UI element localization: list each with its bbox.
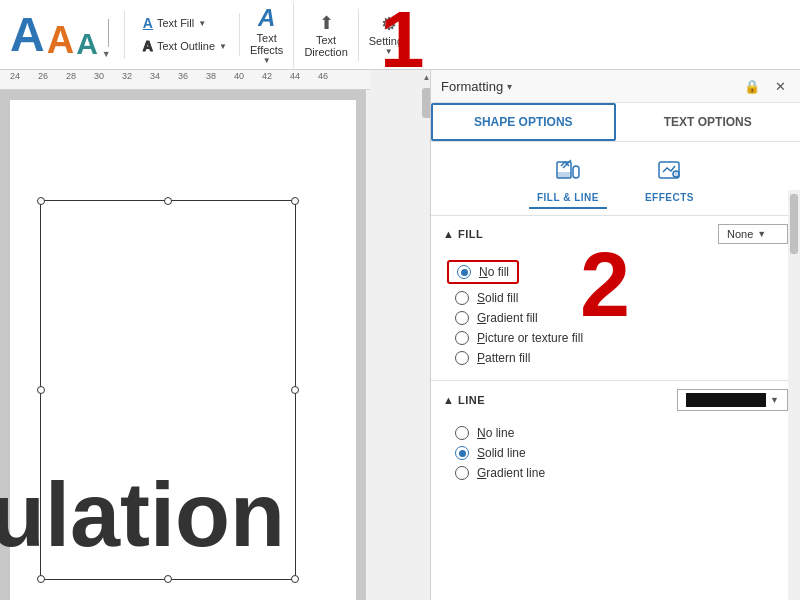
panel-header: Formatting ▾ 🔒 ✕ (431, 70, 800, 103)
handle-bottom-right[interactable] (291, 575, 299, 583)
fill-options: No fill Solid fill Gradient fill Picture… (431, 252, 800, 380)
line-preview (686, 393, 766, 407)
no-fill-option[interactable]: No fill (447, 260, 519, 284)
text-effects-label: Text (257, 32, 277, 44)
line-color-dropdown[interactable]: ▼ (677, 389, 788, 411)
ruler-mark: 42 (262, 71, 272, 81)
svg-rect-2 (573, 166, 579, 178)
gradient-line-label: Gradient line (477, 466, 545, 480)
panel-scrollbar[interactable] (788, 190, 800, 600)
solid-fill-radio[interactable] (455, 291, 469, 305)
line-section: ▲ LINE ▼ No line (431, 380, 800, 491)
svg-rect-1 (557, 172, 571, 178)
line-dropdown-area[interactable]: ▼ (677, 389, 788, 411)
tab-shape-options[interactable]: SHAPE OPTIONS (431, 103, 616, 141)
panel-tab-row: SHAPE OPTIONS TEXT OPTIONS (431, 103, 800, 142)
letter-a-teal: A (76, 29, 98, 59)
solid-line-option[interactable]: Solid line (447, 443, 784, 463)
handle-bottom-left[interactable] (37, 575, 45, 583)
document-page: ulation (10, 100, 356, 600)
text-fill-label: Text Fill (157, 17, 194, 29)
ruler-mark: 46 (318, 71, 328, 81)
gradient-line-option[interactable]: Gradient line (447, 463, 784, 483)
solid-line-radio[interactable] (455, 446, 469, 460)
line-dropdown-arrow: ▼ (770, 395, 779, 405)
gradient-fill-option[interactable]: Gradient fill (447, 308, 784, 328)
line-section-header[interactable]: ▲ LINE ▼ (431, 380, 800, 419)
fill-line-label: FILL & LINE (537, 192, 599, 203)
ruler-mark: 30 (94, 71, 104, 81)
pattern-fill-option[interactable]: Pattern fill (447, 348, 784, 368)
gradient-fill-label: Gradient fill (477, 311, 538, 325)
pattern-fill-radio[interactable] (455, 351, 469, 365)
handle-mid-right[interactable] (291, 386, 299, 394)
no-fill-radio[interactable] (457, 265, 471, 279)
radio-dot (461, 269, 468, 276)
ruler-mark: 44 (290, 71, 300, 81)
settings-label: Settings (369, 35, 409, 47)
letter-a-blue: A (10, 11, 45, 59)
panel-title-area: Formatting ▾ (441, 79, 512, 94)
line-options: No line Solid line Gradient line (431, 419, 800, 491)
solid-fill-label: Solid fill (477, 291, 518, 305)
handle-mid-bottom[interactable] (164, 575, 172, 583)
picture-fill-option[interactable]: Picture or texture fill (447, 328, 784, 348)
ruler-mark: 34 (150, 71, 160, 81)
handle-top-left[interactable] (37, 197, 45, 205)
solid-fill-option[interactable]: Solid fill (447, 288, 784, 308)
no-fill-label: No fill (479, 265, 509, 279)
gradient-fill-radio[interactable] (455, 311, 469, 325)
text-fill-button[interactable]: A Text Fill ▼ (139, 13, 231, 33)
ribbon: A A A ▼ A Text Fill ▼ A Text Outline ▼ A… (0, 0, 800, 70)
effects-label: EFFECTS (645, 192, 694, 203)
panel-content: ▲ FILL None ▼ No fill (431, 216, 800, 491)
text-effects-button[interactable]: A Text Effects ▼ (240, 0, 294, 69)
none-label: None (727, 228, 753, 240)
letter-a-orange: A (47, 21, 74, 59)
text-direction-label: Text (316, 34, 336, 46)
fill-line-icon (555, 158, 581, 188)
canvas-area: ulation (0, 90, 366, 600)
close-icon[interactable]: ✕ (770, 76, 790, 96)
icon-tab-effects[interactable]: EFFECTS (637, 154, 702, 209)
ruler-mark: 36 (178, 71, 188, 81)
text-outline-button[interactable]: A Text Outline ▼ (139, 36, 231, 56)
fill-section-header[interactable]: ▲ FILL None ▼ (431, 216, 800, 252)
no-line-option[interactable]: No line (447, 423, 784, 443)
solid-line-dot (459, 450, 466, 457)
text-direction-sublabel: Direction (304, 46, 347, 58)
panel-title: Formatting (441, 79, 503, 94)
panel-title-arrow[interactable]: ▾ (507, 81, 512, 92)
panel-scroll-thumb[interactable] (790, 194, 798, 254)
picture-fill-radio[interactable] (455, 331, 469, 345)
effects-icon (656, 158, 682, 188)
no-line-radio[interactable] (455, 426, 469, 440)
lock-icon[interactable]: 🔒 (742, 76, 762, 96)
format-panel: Formatting ▾ 🔒 ✕ SHAPE OPTIONS TEXT OPTI… (430, 70, 800, 600)
line-section-title: ▲ LINE (443, 394, 485, 406)
no-line-label: No line (477, 426, 514, 440)
settings-button[interactable]: ⚙ Settings ▼ (359, 9, 419, 60)
ruler-mark: 28 (66, 71, 76, 81)
dropdown-arrow: ▼ (757, 229, 766, 239)
handle-mid-left[interactable] (37, 386, 45, 394)
pattern-fill-label: Pattern fill (477, 351, 530, 365)
tab-text-options[interactable]: TEXT OPTIONS (616, 103, 801, 141)
ruler-mark: 24 (10, 71, 20, 81)
gradient-line-radio[interactable] (455, 466, 469, 480)
panel-header-icons: 🔒 ✕ (742, 76, 790, 96)
none-dropdown[interactable]: None ▼ (718, 224, 788, 244)
handle-top-right[interactable] (291, 197, 299, 205)
ruler-mark: 38 (206, 71, 216, 81)
fill-section-title: ▲ FILL (443, 228, 483, 240)
icon-tab-fill-line[interactable]: FILL & LINE (529, 154, 607, 209)
fill-section: ▲ FILL None ▼ No fill (431, 216, 800, 380)
ruler-mark: 40 (234, 71, 244, 81)
text-direction-button[interactable]: ⬆ Text Direction (294, 8, 358, 62)
solid-line-label: Solid line (477, 446, 526, 460)
handle-mid-top[interactable] (164, 197, 172, 205)
picture-fill-label: Picture or texture fill (477, 331, 583, 345)
settings-icon: ⚙ (381, 13, 397, 35)
ruler-mark: 26 (38, 71, 48, 81)
text-effects-sublabel: Effects (250, 44, 283, 56)
